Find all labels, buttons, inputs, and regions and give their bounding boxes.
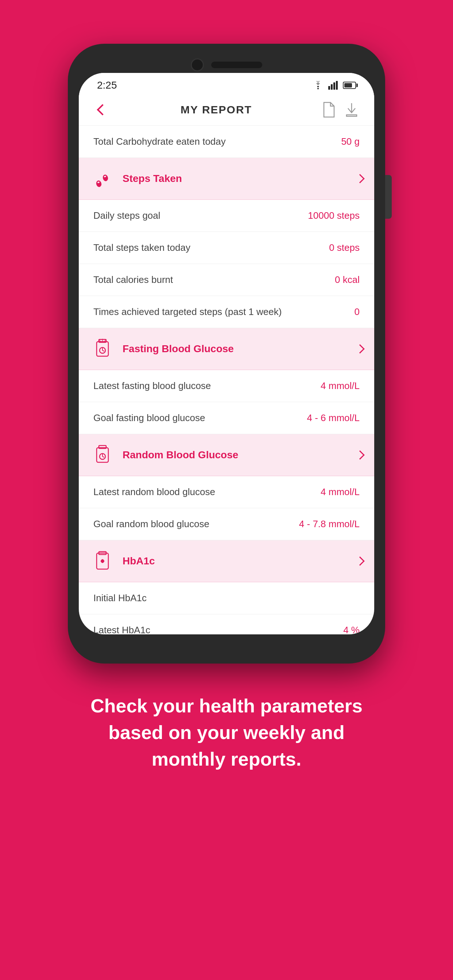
battery-icon <box>343 82 356 89</box>
daily-steps-value: 10000 steps <box>308 210 360 221</box>
download-icon <box>345 102 358 118</box>
tagline-line3: monthly reports. <box>152 748 301 770</box>
status-icons <box>312 81 356 90</box>
file-button[interactable] <box>321 102 337 118</box>
phone-wrapper: 2:25 <box>68 44 385 663</box>
latest-fasting-row: Latest fasting blood glucose 4 mmol/L <box>79 370 374 402</box>
goal-fasting-label: Goal fasting blood glucose <box>93 412 205 424</box>
svg-point-0 <box>317 88 319 89</box>
carbohydrate-row: Total Carbohydrate eaten today 50 g <box>79 126 374 158</box>
header-icons <box>321 102 360 118</box>
phone-top-bar <box>191 58 262 72</box>
steps-section-header[interactable]: Steps Taken <box>79 158 374 200</box>
tagline-line1: Check your health parameters <box>91 695 362 716</box>
screen: 2:25 <box>79 73 374 635</box>
svg-rect-3 <box>333 83 335 90</box>
speaker <box>211 62 262 68</box>
camera <box>191 58 204 72</box>
latest-fasting-label: Latest fasting blood glucose <box>93 380 211 391</box>
svg-point-20 <box>101 560 104 562</box>
hba1c-section-header[interactable]: HbA1c <box>79 540 374 582</box>
latest-hba1c-value: 4 % <box>343 625 360 635</box>
hba1c-chevron-icon <box>355 556 364 565</box>
page-title: MY REPORT <box>180 103 252 116</box>
hba1c-icon <box>90 548 115 574</box>
svg-rect-16 <box>99 445 106 449</box>
svg-rect-2 <box>331 84 333 90</box>
latest-fasting-value: 4 mmol/L <box>321 380 360 391</box>
daily-steps-goal-row: Daily steps goal 10000 steps <box>79 200 374 232</box>
random-glucose-icon <box>90 442 115 468</box>
steps-taken-label: Total steps taken today <box>93 242 190 253</box>
goal-fasting-row: Goal fasting blood glucose 4 - 6 mmol/L <box>79 402 374 434</box>
status-time: 2:25 <box>97 80 117 91</box>
random-section-header[interactable]: Random Blood Glucose <box>79 434 374 476</box>
download-button[interactable] <box>344 102 360 118</box>
svg-point-5 <box>96 180 102 188</box>
tagline: Check your health parameters based on yo… <box>61 693 392 772</box>
status-bar: 2:25 <box>79 73 374 94</box>
steps-chevron-icon <box>355 174 364 183</box>
goal-random-value: 4 - 7.8 mmol/L <box>299 519 360 530</box>
content-scroll[interactable]: Total Carbohydrate eaten today 50 g <box>79 126 374 635</box>
fasting-glucose-icon <box>90 336 115 362</box>
tagline-line2: based on your weekly and <box>108 722 344 743</box>
latest-hba1c-row: Latest HbA1c 4 % <box>79 614 374 635</box>
steps-taken-row: Total steps taken today 0 steps <box>79 232 374 264</box>
calories-burnt-value: 0 kcal <box>335 274 360 285</box>
initial-hba1c-row: Initial HbA1c <box>79 582 374 614</box>
goal-fasting-value: 4 - 6 mmol/L <box>307 412 360 424</box>
svg-point-7 <box>102 174 109 181</box>
latest-random-row: Latest random blood glucose 4 mmol/L <box>79 476 374 508</box>
calories-burnt-row: Total calories burnt 0 kcal <box>79 264 374 296</box>
file-icon <box>322 102 335 118</box>
latest-random-label: Latest random blood glucose <box>93 486 215 498</box>
svg-rect-1 <box>328 86 330 90</box>
steps-taken-value: 0 steps <box>329 242 360 253</box>
app-header: MY REPORT <box>79 94 374 126</box>
random-chevron-icon <box>355 450 364 460</box>
times-achieved-row: Times achieved targeted steps (past 1 we… <box>79 296 374 328</box>
calories-burnt-label: Total calories burnt <box>93 274 173 285</box>
fasting-section-header[interactable]: Fasting Blood Glucose <box>79 328 374 370</box>
times-achieved-value: 0 <box>354 306 360 318</box>
signal-icon <box>328 81 338 90</box>
latest-hba1c-label: Latest HbA1c <box>93 625 150 635</box>
back-chevron-icon <box>97 104 108 115</box>
hba1c-label: HbA1c <box>123 555 357 567</box>
carbohydrate-label: Total Carbohydrate eaten today <box>93 136 226 147</box>
fasting-chevron-icon <box>355 344 364 353</box>
goal-random-row: Goal random blood glucose 4 - 7.8 mmol/L <box>79 508 374 540</box>
tagline-text: Check your health parameters based on yo… <box>91 693 362 772</box>
steps-icon <box>90 166 115 191</box>
latest-random-value: 4 mmol/L <box>321 486 360 498</box>
initial-hba1c-label: Initial HbA1c <box>93 592 147 604</box>
times-achieved-label: Times achieved targeted steps (past 1 we… <box>93 306 282 318</box>
carbohydrate-value: 50 g <box>341 136 360 147</box>
steps-label: Steps Taken <box>123 173 357 185</box>
goal-random-label: Goal random blood glucose <box>93 519 209 530</box>
random-label: Random Blood Glucose <box>123 449 357 461</box>
daily-steps-label: Daily steps goal <box>93 210 161 221</box>
fasting-label: Fasting Blood Glucose <box>123 343 357 355</box>
wifi-icon <box>312 81 324 90</box>
back-button[interactable] <box>93 100 112 119</box>
battery-fill <box>344 83 352 88</box>
svg-rect-4 <box>336 81 338 90</box>
